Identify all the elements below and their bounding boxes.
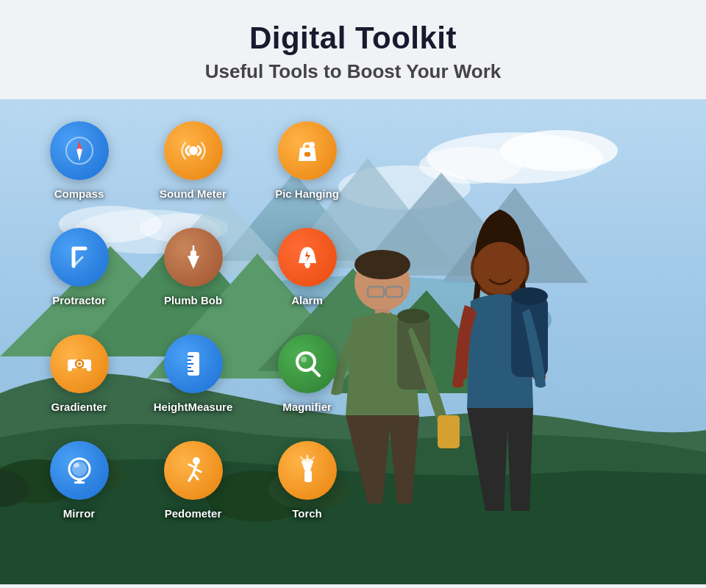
plumb-bob-icon bbox=[164, 228, 223, 287]
pic-hanging-icon bbox=[278, 121, 337, 180]
gradienter-icon bbox=[50, 334, 109, 393]
alarm-label: Alarm bbox=[291, 294, 323, 307]
tools-grid: Compass Sound Meter bbox=[22, 114, 364, 540]
svg-point-39 bbox=[511, 287, 548, 305]
magnifier-icon bbox=[278, 334, 337, 393]
svg-rect-70 bbox=[74, 481, 85, 484]
svg-rect-45 bbox=[304, 152, 310, 157]
protractor-icon bbox=[50, 228, 109, 287]
tool-pic-hanging[interactable]: Pic Hanging bbox=[250, 114, 364, 220]
alarm-icon bbox=[278, 228, 337, 287]
svg-marker-48 bbox=[188, 256, 199, 269]
svg-point-43 bbox=[77, 148, 82, 153]
tool-sound-meter[interactable]: Sound Meter bbox=[136, 114, 250, 220]
mirror-label: Mirror bbox=[63, 507, 95, 520]
svg-point-54 bbox=[78, 362, 81, 365]
page-subtitle: Useful Tools to Boost Your Work bbox=[15, 60, 691, 83]
height-measure-icon bbox=[164, 334, 223, 393]
torch-label: Torch bbox=[292, 507, 322, 520]
svg-rect-55 bbox=[68, 367, 72, 371]
svg-rect-72 bbox=[304, 470, 312, 482]
plumb-bob-label: Plumb Bob bbox=[164, 294, 222, 307]
tool-alarm[interactable]: Alarm bbox=[250, 220, 364, 327]
svg-point-51 bbox=[305, 264, 310, 268]
compass-label: Compass bbox=[54, 187, 104, 201]
tool-gradienter[interactable]: Gradienter bbox=[22, 327, 136, 434]
svg-rect-33 bbox=[438, 415, 460, 448]
svg-point-37 bbox=[474, 242, 527, 295]
page-header: Digital Toolkit Useful Tools to Boost Yo… bbox=[0, 0, 706, 99]
sound-meter-icon bbox=[164, 121, 223, 180]
tool-compass[interactable]: Compass bbox=[22, 114, 136, 220]
torch-icon bbox=[278, 441, 337, 500]
gradienter-label: Gradienter bbox=[51, 401, 107, 414]
pic-hanging-label: Pic Hanging bbox=[275, 187, 339, 201]
page-title: Digital Toolkit bbox=[15, 21, 691, 56]
svg-point-44 bbox=[189, 146, 198, 155]
tool-plumb-bob[interactable]: Plumb Bob bbox=[136, 220, 250, 327]
svg-line-77 bbox=[312, 457, 314, 459]
tool-protractor[interactable]: Protractor bbox=[22, 220, 136, 327]
svg-rect-49 bbox=[190, 251, 196, 257]
svg-line-64 bbox=[313, 369, 319, 376]
svg-point-67 bbox=[72, 462, 87, 476]
hero-section: Compass Sound Meter bbox=[0, 99, 706, 584]
compass-icon bbox=[50, 121, 109, 180]
height-measure-label: HeightMeasure bbox=[154, 401, 233, 414]
pedometer-label: Pedometer bbox=[165, 507, 222, 520]
tool-torch[interactable]: Torch bbox=[250, 434, 364, 540]
svg-point-46 bbox=[309, 142, 315, 148]
magnifier-label: Magnifier bbox=[282, 401, 332, 414]
pedometer-icon bbox=[164, 441, 223, 500]
svg-point-65 bbox=[301, 356, 307, 362]
tool-magnifier[interactable]: Magnifier bbox=[250, 327, 364, 434]
tool-mirror[interactable]: Mirror bbox=[22, 434, 136, 540]
svg-point-32 bbox=[397, 309, 429, 323]
tool-height-measure[interactable]: HeightMeasure bbox=[136, 327, 250, 434]
protractor-label: Protractor bbox=[52, 294, 106, 307]
sound-meter-label: Sound Meter bbox=[160, 187, 227, 201]
tool-pedometer[interactable]: Pedometer bbox=[136, 434, 250, 540]
svg-line-76 bbox=[301, 457, 303, 459]
svg-rect-56 bbox=[87, 367, 91, 371]
mirror-icon bbox=[50, 441, 109, 500]
